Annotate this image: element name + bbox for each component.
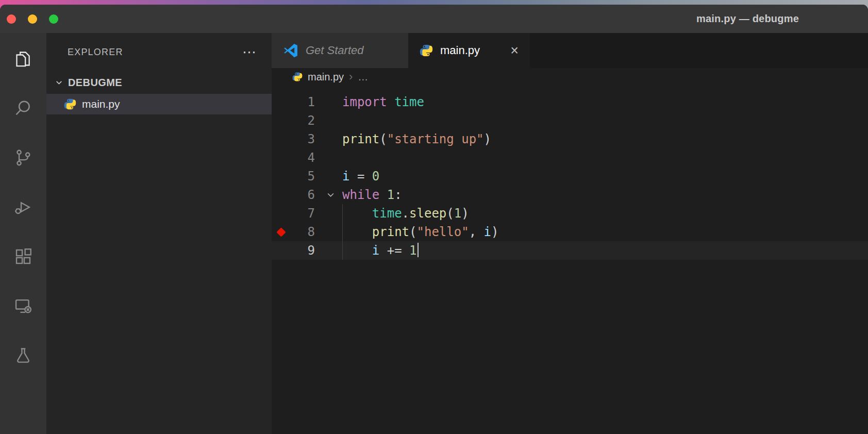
traffic-light-minimize[interactable] [28, 14, 37, 24]
fold-margin [315, 167, 339, 186]
editor-group: Get Started main.py × main.py › … 1impor… [272, 33, 868, 434]
code-line-2[interactable]: 2 [272, 111, 868, 130]
fold-margin [315, 204, 339, 223]
debug-play-icon [13, 197, 33, 217]
line-number: 3 [290, 130, 315, 148]
token-string: "starting up" [387, 132, 484, 146]
activity-item-explorer[interactable] [0, 34, 46, 84]
fold-margin [315, 111, 339, 130]
code-text[interactable]: print("hello", i) [339, 223, 868, 241]
files-icon [13, 48, 34, 69]
traffic-light-zoom[interactable] [49, 14, 58, 24]
token-variable: i [372, 243, 379, 258]
python-icon [420, 44, 433, 57]
token-module: time [394, 95, 424, 109]
token-punct: . [402, 206, 409, 221]
token-punct [387, 95, 394, 109]
code-text[interactable]: i += 1 [339, 241, 868, 260]
code-text[interactable]: time.sleep(1) [339, 204, 868, 223]
token-number: 1 [454, 206, 461, 221]
code-text[interactable]: while 1: [339, 186, 868, 204]
code-line-9[interactable]: 9 i += 1 [272, 241, 868, 260]
code-line-5[interactable]: 5i = 0 [272, 167, 868, 186]
code-text[interactable]: import time [339, 93, 868, 111]
fold-margin [315, 148, 339, 167]
line-number: 8 [290, 223, 315, 241]
close-tab-button[interactable]: × [510, 44, 519, 58]
git-branch-icon [13, 148, 33, 168]
glyph-margin[interactable] [272, 130, 290, 148]
indent-guide [342, 241, 343, 260]
token-punct: ) [484, 132, 491, 146]
activity-item-run-and-debug[interactable] [0, 182, 46, 232]
token-punct: ) [461, 206, 469, 221]
code-lines: 1import time23print("starting up")45i = … [272, 93, 868, 260]
vscode-logo-icon [283, 43, 298, 58]
token-punct [342, 243, 372, 258]
code-line-1[interactable]: 1import time [272, 93, 868, 111]
glyph-margin[interactable] [272, 111, 290, 130]
token-keyword: while [342, 188, 379, 202]
breadcrumb-file[interactable]: main.py [308, 71, 344, 83]
token-punct: = [349, 169, 372, 183]
remote-monitor-icon [13, 296, 33, 316]
glyph-margin[interactable] [272, 241, 290, 260]
fold-chevron-icon[interactable] [315, 186, 339, 204]
glyph-margin[interactable] [272, 204, 290, 223]
activity-item-remote-explorer[interactable] [0, 281, 46, 331]
tab-bar: Get Started main.py × [272, 33, 868, 68]
explorer-header: EXPLORER ⋯ [46, 33, 272, 71]
traffic-lights [7, 5, 58, 33]
folder-label: DEBUGME [68, 77, 122, 89]
line-number: 6 [290, 186, 315, 204]
token-punct [342, 206, 372, 221]
python-icon [64, 98, 76, 110]
code-line-7[interactable]: 7 time.sleep(1) [272, 204, 868, 223]
code-editor[interactable]: 1import time23print("starting up")45i = … [272, 86, 868, 434]
token-number: 1 [387, 188, 394, 202]
breakpoint-glyph-margin[interactable] [272, 223, 290, 241]
code-text[interactable] [339, 111, 868, 130]
file-label: main.py [82, 98, 120, 110]
traffic-light-close[interactable] [7, 14, 16, 24]
code-line-6[interactable]: 6while 1: [272, 186, 868, 204]
token-variable: i [484, 225, 491, 239]
fold-margin [315, 130, 339, 148]
token-punct [342, 225, 372, 239]
code-line-4[interactable]: 4 [272, 148, 868, 167]
token-punct: , [469, 225, 484, 239]
code-line-3[interactable]: 3print("starting up") [272, 130, 868, 148]
code-text[interactable]: print("starting up") [339, 130, 868, 148]
explorer-title: EXPLORER [68, 47, 123, 58]
fold-margin [315, 223, 339, 241]
glyph-margin[interactable] [272, 186, 290, 204]
line-number: 2 [290, 111, 315, 130]
token-punct: : [394, 188, 402, 202]
more-actions-button[interactable]: ⋯ [242, 45, 256, 59]
activity-item-testing[interactable] [0, 331, 46, 380]
tab-main-py[interactable]: main.py × [408, 33, 530, 68]
breadcrumb[interactable]: main.py › … [272, 68, 868, 86]
code-line-8[interactable]: 8 print("hello", i) [272, 223, 868, 241]
file-item-main-py[interactable]: main.py [46, 94, 272, 114]
python-icon [292, 72, 303, 82]
folder-section-debugme[interactable]: DEBUGME [46, 71, 272, 94]
text-cursor [418, 243, 419, 257]
window-title: main.py — debugme [696, 5, 799, 33]
tab-get-started[interactable]: Get Started [272, 33, 408, 68]
breadcrumb-symbol[interactable]: … [358, 71, 368, 83]
activity-item-extensions[interactable] [0, 232, 46, 281]
code-text[interactable] [339, 148, 868, 167]
glyph-margin[interactable] [272, 148, 290, 167]
glyph-margin[interactable] [272, 93, 290, 111]
activity-item-source-control[interactable] [0, 133, 46, 182]
activity-item-search[interactable] [0, 84, 46, 133]
chevron-right-icon: › [349, 70, 353, 84]
token-punct: += [379, 243, 409, 258]
titlebar[interactable]: main.py — debugme [0, 5, 868, 33]
glyph-margin[interactable] [272, 167, 290, 186]
line-number: 7 [290, 204, 315, 223]
token-punct: ( [446, 206, 454, 221]
code-text[interactable]: i = 0 [339, 167, 868, 186]
fold-margin [315, 93, 339, 111]
